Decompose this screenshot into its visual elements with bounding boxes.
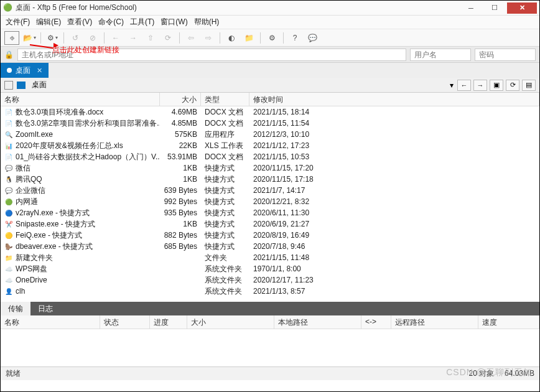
maximize-button[interactable]: ☐	[483, 2, 506, 14]
minimize-button[interactable]: ─	[460, 2, 482, 14]
nav-back-button[interactable]: ←	[457, 80, 471, 91]
file-icon: 📄	[4, 108, 13, 116]
file-row[interactable]: 🦫dbeaver.exe - 快捷方式685 Bytes快捷方式2020/7/1…	[1, 241, 539, 252]
file-type: DOCX 文档	[201, 106, 249, 118]
file-row[interactable]: ☁️OneDrive系统文件夹2020/12/17, 11:23	[1, 274, 539, 286]
file-row[interactable]: 💬企业微信639 Bytes快捷方式2021/1/7, 14:17	[1, 185, 539, 196]
titlebar: 🟢 桌面 - Xftp 5 (Free for Home/School) ─ ☐…	[1, 1, 539, 16]
menu-help[interactable]: 帮助(H)	[194, 17, 220, 27]
file-size: 935 Bytes	[160, 208, 201, 218]
xcol-speed[interactable]: 速度	[478, 315, 539, 329]
pane-toggle-button[interactable]	[4, 81, 13, 90]
file-size	[160, 291, 201, 292]
file-row[interactable]: 📄01_尚硅谷大数据技术之Hadoop（入门）V...53.91MBDOCX 文…	[1, 151, 539, 162]
back-button[interactable]: ←	[108, 31, 123, 45]
file-icon: 📁	[4, 253, 13, 262]
sync-left-button[interactable]: ⇦	[184, 31, 198, 45]
file-row[interactable]: 📄数仓3.0项目环境准备.docx4.69MBDOCX 文档2021/1/15,…	[1, 106, 539, 118]
col-type[interactable]: 类型	[201, 93, 249, 106]
file-row[interactable]: 🟢内网通992 Bytes快捷方式2020/12/21, 8:32	[1, 196, 539, 207]
sync-right-button[interactable]: ⇨	[201, 31, 216, 45]
separator	[104, 32, 105, 44]
file-icon: 🟢	[4, 197, 13, 206]
tab-log[interactable]: 日志	[30, 302, 60, 315]
file-type: 快捷方式	[201, 185, 249, 197]
file-size	[160, 279, 201, 281]
file-row[interactable]: 👤clh系统文件夹2021/1/13, 8:57	[1, 286, 539, 297]
menu-window[interactable]: 窗口(W)	[161, 17, 187, 27]
menu-command[interactable]: 命令(C)	[98, 17, 124, 27]
file-row[interactable]: 📄数仓3.0第2章项目需求分析和项目部署准备...4.85MBDOCX 文档20…	[1, 118, 539, 129]
col-size[interactable]: 大小	[160, 93, 201, 106]
file-size: 685 Bytes	[160, 241, 201, 251]
file-row[interactable]: 🔍ZoomIt.exe575KB应用程序2012/12/3, 10:10	[1, 129, 539, 140]
file-date: 2021/1/15, 10:53	[249, 152, 539, 162]
nav-newfolder-button[interactable]: ▣	[490, 80, 503, 91]
disconnect-button[interactable]: ⊘	[85, 31, 100, 45]
transfer-tabs: 传输 日志	[1, 302, 539, 315]
file-icon: 🦫	[4, 242, 13, 251]
up-button[interactable]: ⇧	[143, 31, 158, 45]
annotation-text: 点击此处创建新链接	[52, 45, 119, 55]
chat-button[interactable]: 💬	[305, 31, 320, 45]
reconnect-button[interactable]: ↺	[68, 31, 83, 45]
file-date: 2021/1/12, 17:23	[249, 141, 539, 151]
file-size: 1KB	[160, 163, 201, 173]
col-modified[interactable]: 修改时间	[249, 93, 539, 106]
xcol-progress[interactable]: 进度	[150, 315, 187, 329]
file-size: 882 Bytes	[160, 230, 201, 240]
file-date: 2020/11/15, 17:18	[249, 174, 539, 184]
file-size	[160, 257, 201, 258]
close-button[interactable]: ✕	[507, 2, 537, 14]
password-input[interactable]	[475, 49, 536, 61]
file-type: 文件夹	[201, 252, 249, 264]
file-row[interactable]: ☁️WPS网盘系统文件夹1970/1/1, 8:00	[1, 263, 539, 274]
xcol-status[interactable]: 状态	[100, 315, 150, 329]
menu-tools[interactable]: 工具(T)	[130, 17, 154, 27]
username-input[interactable]	[410, 49, 471, 61]
separator	[220, 32, 220, 44]
path-label[interactable]: 桌面	[29, 80, 446, 90]
tab-close-icon[interactable]: ✕	[37, 67, 42, 75]
file-row[interactable]: 📁新建文件夹文件夹2021/1/15, 11:48	[1, 252, 539, 263]
nav-views-button[interactable]: ▤	[522, 80, 536, 91]
nav-refresh-button[interactable]: ⟳	[506, 80, 519, 91]
xcol-remote[interactable]: 远程路径	[391, 315, 478, 329]
xcol-size[interactable]: 大小	[187, 315, 274, 329]
file-row[interactable]: ✂️Snipaste.exe - 快捷方式1KB快捷方式2020/6/19, 2…	[1, 218, 539, 230]
newfolder-button[interactable]: 📁	[241, 31, 256, 45]
xcol-local[interactable]: 本地路径	[274, 315, 361, 329]
session-tabs: 桌面 ✕	[1, 63, 539, 78]
file-type: 快捷方式	[201, 207, 249, 219]
dropdown-icon[interactable]: ▾	[450, 81, 454, 90]
file-row[interactable]: 🐧腾讯QQ1KB快捷方式2020/11/15, 17:18	[1, 174, 539, 185]
lock-icon: 🔒	[4, 50, 14, 59]
file-row[interactable]: 🟡FeiQ.exe - 快捷方式882 Bytes快捷方式2020/8/19, …	[1, 230, 539, 241]
xcol-arrow[interactable]: <->	[361, 315, 391, 329]
file-icon: 💬	[4, 164, 13, 172]
file-name: FeiQ.exe - 快捷方式	[16, 230, 82, 241]
menu-edit[interactable]: 编辑(E)	[36, 17, 61, 27]
forward-button[interactable]: →	[126, 31, 141, 45]
status-size: 64.03MB	[505, 369, 534, 378]
terminal-button[interactable]: ◐	[224, 31, 239, 45]
file-row[interactable]: 💬微信1KB快捷方式2020/11/15, 17:20	[1, 162, 539, 174]
file-row[interactable]: 🔵v2rayN.exe - 快捷方式935 Bytes快捷方式2020/6/11…	[1, 207, 539, 218]
separator	[283, 32, 284, 44]
col-name[interactable]: 名称	[1, 93, 160, 106]
menu-file[interactable]: 文件(F)	[6, 17, 30, 27]
xcol-name[interactable]: 名称	[1, 315, 100, 329]
file-icon: 📄	[4, 152, 13, 161]
nav-forward-button[interactable]: →	[473, 80, 487, 91]
help-button[interactable]: ?	[287, 31, 302, 45]
file-row[interactable]: 📊2020年度研发&视频任务汇总.xls22KBXLS 工作表2021/1/12…	[1, 140, 539, 151]
file-type: DOCX 文档	[201, 118, 249, 129]
settings-button[interactable]: ⚙	[264, 31, 279, 45]
tab-desktop[interactable]: 桌面 ✕	[1, 63, 49, 78]
menu-view[interactable]: 查看(V)	[67, 17, 92, 27]
file-name: 新建文件夹	[16, 253, 53, 263]
refresh-button[interactable]: ⟳	[161, 31, 175, 45]
new-connection-button[interactable]: ⎆	[4, 31, 19, 45]
file-size: 575KB	[160, 129, 201, 139]
tab-transfer[interactable]: 传输	[1, 302, 30, 315]
